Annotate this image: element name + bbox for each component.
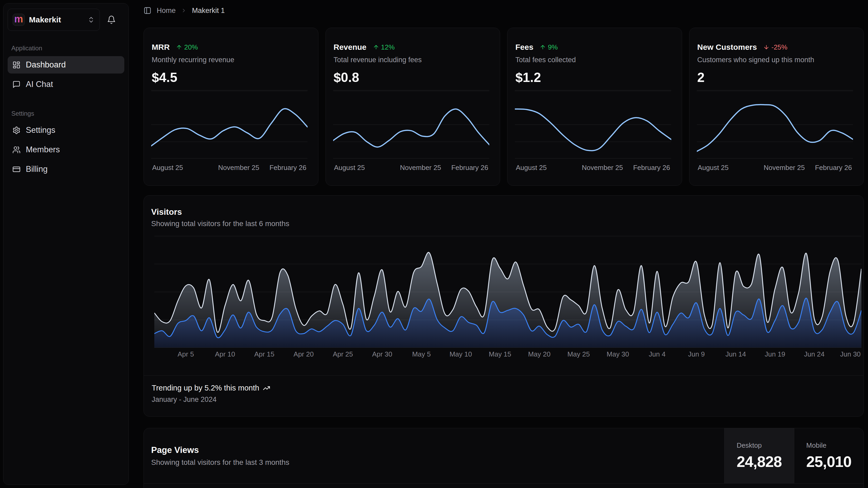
svg-text:May 25: May 25 bbox=[567, 350, 590, 358]
sidebar-item-members[interactable]: Members bbox=[8, 141, 124, 159]
sidebar-item-label: Settings bbox=[26, 125, 55, 135]
stat-card-new-customers: New Customers -25% Customers who signed … bbox=[689, 28, 864, 186]
stat-value: 2 bbox=[697, 70, 857, 85]
stat-card-mrr: MRR 20% Monthly recurring revenue $4.5 A… bbox=[144, 28, 318, 186]
sidebar-item-billing[interactable]: Billing bbox=[8, 161, 124, 178]
sidebar-item-ai-chat[interactable]: AI Chat bbox=[8, 76, 124, 93]
sparkline-x-axis: August 25 November 25 February 26 bbox=[697, 164, 853, 175]
mobile-total: 25,010 bbox=[806, 453, 851, 470]
stat-value: $1.2 bbox=[515, 70, 675, 85]
stat-cards-row: MRR 20% Monthly recurring revenue $4.5 A… bbox=[144, 28, 864, 186]
sparkline-x-axis: August 25 November 25 February 26 bbox=[333, 164, 490, 175]
svg-text:May 15: May 15 bbox=[489, 350, 511, 358]
svg-text:Jun 24: Jun 24 bbox=[804, 350, 825, 358]
page-views-title: Page Views bbox=[151, 445, 289, 455]
svg-text:Jun 9: Jun 9 bbox=[688, 350, 705, 358]
page-views-card: Page Views Showing total visitors for th… bbox=[144, 428, 864, 488]
message-square-icon bbox=[12, 80, 21, 89]
svg-text:Apr 10: Apr 10 bbox=[215, 350, 235, 358]
gear-icon bbox=[12, 126, 21, 134]
panel-left-icon[interactable] bbox=[144, 7, 151, 15]
svg-text:May 30: May 30 bbox=[607, 350, 629, 358]
arrow-up-icon bbox=[539, 44, 546, 50]
stat-card-fees: Fees 9% Total fees collected $1.2 August… bbox=[507, 28, 682, 186]
trend-badge: 12% bbox=[373, 43, 395, 51]
mrr-sparkline bbox=[151, 90, 308, 162]
stat-subtitle: Total fees collected bbox=[515, 56, 675, 64]
fees-sparkline bbox=[515, 90, 671, 162]
mobile-toggle[interactable]: Mobile 25,010 bbox=[794, 428, 864, 483]
logo-letter: m bbox=[14, 14, 23, 24]
page-views-toggles: Desktop 24,828 Mobile 25,010 bbox=[724, 428, 864, 483]
sidebar-item-label: AI Chat bbox=[26, 80, 53, 89]
main-content: Home Makerkit 1 MRR 20% Monthly recurrin… bbox=[129, 0, 868, 488]
visitors-footer-trend: Trending up by 5.2% this month bbox=[152, 384, 259, 392]
sparkline-x-axis: August 25 November 25 February 26 bbox=[515, 164, 671, 175]
stat-title: New Customers bbox=[698, 43, 757, 52]
stat-subtitle: Customers who signed up this month bbox=[697, 56, 857, 64]
section-label-settings: Settings bbox=[11, 110, 121, 117]
chevrons-up-down-icon bbox=[87, 16, 95, 24]
visitors-card: Visitors Showing total visitors for the … bbox=[144, 195, 864, 417]
chevron-right-icon bbox=[181, 8, 187, 13]
arrow-up-icon bbox=[176, 44, 182, 50]
breadcrumb-current: Makerkit 1 bbox=[192, 7, 225, 15]
visitors-area-chart: Apr 5Apr 10Apr 15Apr 20Apr 25Apr 30May 5… bbox=[154, 236, 861, 360]
svg-text:May 10: May 10 bbox=[450, 350, 472, 358]
users-icon bbox=[12, 146, 21, 154]
trend-badge: 9% bbox=[539, 43, 558, 51]
sidebar-item-dashboard[interactable]: Dashboard bbox=[8, 56, 124, 74]
svg-text:Apr 15: Apr 15 bbox=[254, 350, 274, 358]
stat-subtitle: Total revenue including fees bbox=[333, 56, 493, 64]
sidebar: m Makerkit Application Dashboard AI Chat… bbox=[3, 3, 129, 485]
desktop-total: 24,828 bbox=[737, 453, 782, 470]
section-label-application: Application bbox=[11, 45, 121, 52]
trend-badge: 20% bbox=[176, 43, 198, 51]
new-customers-sparkline bbox=[697, 90, 853, 162]
visitors-subtitle: Showing total visitors for the last 6 mo… bbox=[151, 220, 856, 228]
visitors-footer-range: January - June 2024 bbox=[152, 396, 856, 404]
breadcrumb: Home Makerkit 1 bbox=[144, 0, 864, 21]
svg-text:Apr 30: Apr 30 bbox=[372, 350, 393, 358]
svg-text:May 20: May 20 bbox=[528, 350, 550, 358]
stat-title: Fees bbox=[516, 43, 533, 52]
stat-title: MRR bbox=[152, 43, 169, 52]
sidebar-item-label: Billing bbox=[26, 165, 48, 174]
makerkit-m-logo: m bbox=[13, 14, 25, 26]
stat-card-revenue: Revenue 12% Total revenue including fees… bbox=[326, 28, 500, 186]
trending-up-icon bbox=[263, 384, 270, 392]
stat-value: $4.5 bbox=[151, 70, 311, 85]
svg-text:Apr 5: Apr 5 bbox=[178, 350, 194, 358]
sidebar-item-label: Members bbox=[26, 145, 60, 154]
page-views-subtitle: Showing total visitors for the last 3 mo… bbox=[151, 458, 289, 467]
svg-text:Jun 30: Jun 30 bbox=[840, 350, 861, 358]
sidebar-item-settings[interactable]: Settings bbox=[8, 121, 124, 139]
trend-badge: -25% bbox=[763, 43, 787, 51]
arrow-down-icon bbox=[763, 44, 770, 50]
stat-value: $0.8 bbox=[333, 70, 493, 85]
svg-text:May 5: May 5 bbox=[412, 350, 431, 358]
svg-text:Apr 25: Apr 25 bbox=[333, 350, 353, 358]
desktop-toggle[interactable]: Desktop 24,828 bbox=[724, 428, 794, 483]
revenue-sparkline bbox=[333, 90, 490, 162]
arrow-up-icon bbox=[373, 44, 379, 50]
svg-text:Apr 20: Apr 20 bbox=[293, 350, 314, 358]
svg-text:Jun 14: Jun 14 bbox=[725, 350, 746, 358]
stat-subtitle: Monthly recurring revenue bbox=[151, 56, 311, 64]
bell-icon[interactable] bbox=[103, 11, 120, 28]
svg-text:Jun 4: Jun 4 bbox=[649, 350, 666, 358]
svg-text:Jun 19: Jun 19 bbox=[765, 350, 785, 358]
sidebar-item-label: Dashboard bbox=[26, 60, 66, 69]
credit-card-icon bbox=[12, 165, 21, 173]
stat-title: Revenue bbox=[334, 43, 367, 52]
visitors-title: Visitors bbox=[151, 207, 856, 217]
workspace-name: Makerkit bbox=[29, 15, 83, 24]
breadcrumb-home-link[interactable]: Home bbox=[157, 7, 176, 15]
layout-dashboard-icon bbox=[12, 61, 21, 69]
sparkline-x-axis: August 25 November 25 February 26 bbox=[151, 164, 308, 175]
workspace-selector[interactable]: m Makerkit bbox=[8, 9, 100, 31]
